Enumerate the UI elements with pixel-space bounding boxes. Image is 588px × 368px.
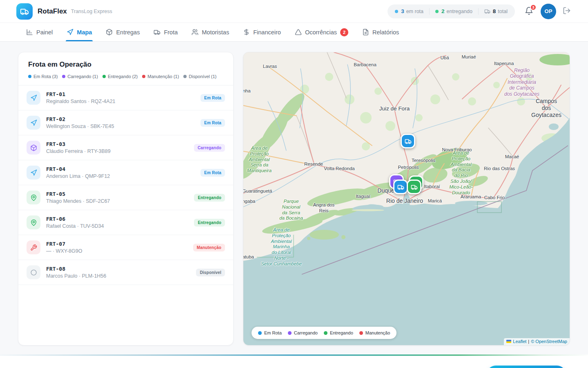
brand: RotaFlex TransLog Express [16, 3, 112, 20]
fleet-stats-pill: 3em rota2entregando8total [388, 4, 515, 18]
vehicle-status-tile [27, 141, 40, 155]
vehicle-status-tile [27, 191, 40, 204]
legend-dot [183, 75, 187, 78]
vehicle-status-tile [27, 116, 40, 130]
stat-entregando: 2entregando [435, 8, 472, 14]
file-icon [362, 29, 369, 36]
status-dot [435, 10, 439, 13]
vehicle-list: FRT-01Reginaldo Santos · RQZ-4A21Em Rota… [18, 85, 233, 285]
legend-dot [62, 75, 65, 78]
vehicle-driver-plate: Anderson Lima · QMP-9F12 [46, 173, 110, 179]
vehicle-status-tile [27, 240, 40, 254]
main-nav: PainelMapaEntregasFrotaMotoristasFinance… [0, 23, 588, 42]
vehicle-status-tile [27, 265, 40, 279]
vehicle-driver-plate: Cláudio Ferreira · RTY-3B89 [46, 148, 111, 154]
logout-button[interactable] [563, 7, 571, 16]
map-canvas [243, 52, 570, 346]
vehicle-map-marker-entregando[interactable] [407, 180, 421, 194]
alert-icon [295, 29, 302, 36]
tab-motoristas[interactable]: Motoristas [187, 23, 234, 41]
map-legend-dot [359, 331, 363, 335]
legend-item: Disponível (1) [183, 74, 216, 79]
avatar[interactable]: OP [541, 4, 556, 19]
navigation-icon [30, 94, 37, 101]
map-status-legend: Em RotaCarregandoEntregandoManutenção [252, 327, 396, 339]
vehicle-driver-plate: Wellington Souza · SBK-7E45 [46, 123, 114, 129]
map-pin-icon [30, 194, 37, 201]
vehicle-row-frt-02[interactable]: FRT-02Wellington Souza · SBK-7E45Em Rota [18, 110, 233, 135]
leaflet-link[interactable]: Leaflet [513, 339, 526, 344]
navigation-icon [30, 169, 37, 176]
vehicle-status-badge: Em Rota [200, 169, 225, 177]
vehicle-id: FRT-06 [46, 216, 104, 222]
vehicle-row-frt-08[interactable]: FRT-08Marcos Paulo · PLM-1H56Disponível [18, 260, 233, 285]
wrench-icon [30, 244, 37, 251]
legend-item: Entregando (2) [102, 74, 138, 79]
vehicle-row-frt-01[interactable]: FRT-01Reginaldo Santos · RQZ-4A21Em Rota [18, 85, 233, 110]
vehicle-row-frt-03[interactable]: FRT-03Cláudio Ferreira · RTY-3B89Carrega… [18, 135, 233, 160]
users-icon [192, 29, 198, 36]
app-header: RotaFlex TransLog Express 3em rota2entre… [0, 0, 588, 23]
map-legend-item: Carregando [288, 330, 318, 335]
truck-icon [405, 138, 412, 145]
legend-dot [102, 75, 106, 78]
app-subtitle: TransLog Express [71, 9, 112, 14]
tab-financeiro[interactable]: Financeiro [238, 23, 286, 41]
tab-mapa[interactable]: Mapa [62, 23, 97, 41]
circle-icon [30, 269, 37, 276]
stats-separator [429, 8, 430, 15]
vehicle-id: FRT-05 [46, 191, 110, 197]
app-root: RotaFlex TransLog Express 3em rota2entre… [0, 0, 588, 368]
ukraine-flag-icon [506, 340, 511, 343]
status-dot [395, 10, 398, 13]
vehicle-status-badge: Disponível [196, 269, 225, 276]
vehicle-status-badge: Entregando [194, 194, 225, 202]
fleet-panel: Frota em Operação Em Rota (3)Carregando … [18, 52, 234, 346]
truck-mini-icon [484, 8, 490, 14]
vehicle-status-badge: Carregando [194, 144, 225, 152]
vehicle-driver-plate: Thiago Mendes · SDF-2C67 [46, 198, 110, 204]
map-legend-dot [288, 331, 292, 335]
truck-icon [411, 184, 418, 191]
map-legend-dot [324, 331, 327, 335]
vehicle-row-frt-06[interactable]: FRT-06Rafael Costa · TUV-5D34Entregando [18, 210, 233, 235]
app-title: RotaFlex [38, 7, 67, 16]
openstreetmap-link[interactable]: © OpenStreetMap [531, 339, 567, 344]
vehicle-id: FRT-01 [46, 91, 116, 97]
legend-item: Em Rota (3) [28, 74, 58, 79]
map-panel[interactable]: LavrasnhaBarbacenaJuiz de ForaUbáMuriaéI… [243, 52, 570, 346]
tab-frota[interactable]: Frota [149, 23, 183, 41]
vehicle-status-tile [27, 91, 40, 105]
vehicle-row-frt-05[interactable]: FRT-05Thiago Mendes · SDF-2C67Entregando [18, 185, 233, 210]
truck-icon [397, 184, 404, 191]
tab-painel[interactable]: Painel [21, 23, 58, 41]
vehicle-status-tile [27, 166, 40, 180]
logout-icon [563, 7, 571, 15]
primary-action-button[interactable] [487, 366, 566, 368]
map-attribution: Leaflet | © OpenStreetMap [504, 338, 570, 345]
map-legend-item: Manutenção [359, 330, 390, 335]
truck-logo-icon [16, 3, 33, 20]
vehicle-map-marker-em_rota[interactable] [393, 180, 408, 194]
truck-icon [20, 7, 29, 16]
package-icon [30, 144, 37, 151]
tab-relatórios[interactable]: Relatórios [357, 23, 404, 41]
package-icon [106, 29, 113, 36]
vehicle-map-marker-em_rota[interactable] [401, 134, 415, 148]
tab-ocorrências[interactable]: Ocorrências2 [290, 23, 353, 41]
legend-dot [142, 75, 145, 78]
vehicle-id: FRT-04 [46, 166, 110, 172]
vehicle-row-frt-07[interactable]: FRT-07— · WXY-8G9OManutenção [18, 235, 233, 260]
vehicle-driver-plate: Rafael Costa · TUV-5D34 [46, 223, 104, 229]
vehicle-driver-plate: Marcos Paulo · PLM-1H56 [46, 273, 106, 279]
tab-entregas[interactable]: Entregas [101, 23, 145, 41]
vehicle-row-frt-04[interactable]: FRT-04Anderson Lima · QMP-9F12Em Rota [18, 160, 233, 185]
truck-icon [484, 8, 490, 14]
notifications-button[interactable]: 3 [525, 7, 533, 16]
legend-dot [28, 75, 31, 78]
legend-item: Manutenção (1) [142, 74, 179, 79]
stats-separator [478, 8, 479, 15]
notifications-badge: 3 [530, 4, 537, 11]
fleet-status-legend: Em Rota (3)Carregando (1)Entregando (2)M… [28, 74, 223, 79]
map-legend-item: Em Rota [258, 330, 282, 335]
